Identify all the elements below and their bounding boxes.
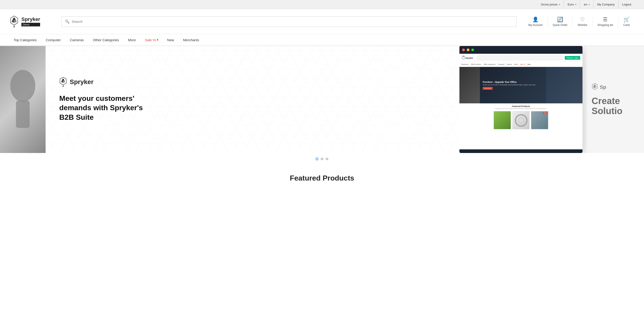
screenshot-body: Spryker Please Login Stationery Office f… bbox=[460, 54, 582, 149]
search-bar[interactable]: 🔍 bbox=[62, 16, 516, 27]
quick-order-icon: 🔄 bbox=[557, 17, 563, 22]
wishlist-label: Wishlist bbox=[578, 23, 587, 27]
heart-icon: ♡ bbox=[580, 17, 585, 22]
nav-sale[interactable]: Sale % bbox=[140, 34, 163, 46]
svg-text:Spryker: Spryker bbox=[466, 57, 473, 59]
svg-rect-4 bbox=[16, 101, 30, 128]
list-icon: ☰ bbox=[603, 17, 608, 22]
header: Spryker Demo 🔍 👤 My Account 🔄 Quick Orde… bbox=[0, 9, 644, 34]
ss-featured-subtitle: It might be work, but it doesn't have to… bbox=[461, 108, 581, 109]
my-account-button[interactable]: 👤 My Account bbox=[524, 17, 548, 27]
ss-nav-office-furniture: Office furniture bbox=[471, 63, 481, 65]
ss-featured-title: Featured Products bbox=[461, 105, 581, 107]
logo-area[interactable]: Spryker Demo bbox=[9, 15, 55, 28]
ss-nav: Stationery Office furniture Office equip… bbox=[460, 62, 582, 67]
hero-right-sp-text: Sp bbox=[600, 84, 606, 90]
nav-other-categories[interactable]: Other Categories bbox=[88, 34, 124, 46]
quick-order-label: Quick Order bbox=[553, 23, 568, 27]
hero-left-image bbox=[0, 46, 46, 153]
ss-logo-icon: Spryker bbox=[462, 55, 475, 60]
my-account-label: My Account bbox=[528, 23, 542, 27]
currency-selector[interactable]: Euro ▾ bbox=[564, 0, 580, 9]
slider-dots bbox=[0, 153, 644, 165]
sale-dot-indicator bbox=[157, 39, 158, 40]
hero-headline: Meet your customers' demands with Spryke… bbox=[59, 94, 150, 122]
hero-right-logo-icon bbox=[592, 83, 598, 91]
wishlist-button[interactable]: ♡ Wishlist bbox=[573, 17, 592, 27]
featured-products-title: Featured Products bbox=[9, 174, 635, 182]
cart-icon: 🛒 bbox=[624, 17, 630, 22]
nav-top-categories[interactable]: Top Categories bbox=[9, 34, 41, 46]
top-bar: Gross prices ▾ Euro ▾ en ▾ My Company Lo… bbox=[0, 0, 644, 9]
carts-label: Carts bbox=[623, 23, 630, 27]
hero-slide-1: Spryker Meet your customers' demands wit… bbox=[0, 46, 644, 153]
ss-hero-main: Furniture - Upgrade Your Office Tackle y… bbox=[480, 67, 546, 103]
carts-button[interactable]: 🛒 Carts bbox=[618, 17, 635, 27]
ss-product-1 bbox=[494, 111, 511, 129]
hero-logo: Spryker bbox=[59, 77, 150, 87]
slider-dot-3[interactable] bbox=[326, 158, 328, 160]
ss-search-bar bbox=[477, 55, 563, 60]
hero-right-create-text: Create Solutio bbox=[592, 96, 622, 116]
ss-nav-sale: Sale % bbox=[520, 63, 525, 65]
ss-nav-transport: Transport bbox=[498, 63, 504, 65]
gross-prices-selector[interactable]: Gross prices ▾ bbox=[537, 0, 564, 9]
currency-label: Euro bbox=[568, 3, 574, 6]
shopping-list-button[interactable]: ☰ Shopping list bbox=[592, 17, 618, 27]
search-icon: 🔍 bbox=[65, 19, 70, 24]
hero-brand-name: Spryker bbox=[70, 78, 94, 86]
nav-merchants[interactable]: Merchants bbox=[179, 34, 204, 46]
slider-dot-2[interactable] bbox=[321, 158, 323, 160]
ss-hero-right bbox=[546, 67, 582, 103]
ss-product-3: NEW bbox=[531, 111, 548, 129]
hero-right-partial: Sp Create Solutio bbox=[587, 46, 644, 153]
hero-spryker-icon bbox=[59, 77, 67, 87]
main-nav: Top Categories Computer Cameras Other Ca… bbox=[0, 34, 644, 46]
hero-right-content: Sp Create Solutio bbox=[592, 83, 622, 116]
hero-main-content: Spryker Meet your customers' demands wit… bbox=[46, 46, 460, 153]
ss-new-badge: NEW bbox=[543, 112, 547, 114]
ss-products-row: NEW bbox=[461, 111, 581, 129]
nav-new[interactable]: New bbox=[163, 34, 179, 46]
svg-point-3 bbox=[10, 70, 35, 102]
my-company-link[interactable]: My Company bbox=[594, 0, 619, 9]
my-company-label: My Company bbox=[597, 3, 615, 6]
language-selector[interactable]: en ▾ bbox=[580, 0, 594, 9]
spryker-logo-icon bbox=[9, 15, 19, 28]
logout-label: Logout bbox=[622, 3, 631, 6]
nav-computer[interactable]: Computer bbox=[41, 34, 66, 46]
ss-product-2 bbox=[512, 111, 530, 129]
titlebar-yellow-dot bbox=[467, 48, 470, 51]
shopping-list-label: Shopping list bbox=[598, 23, 613, 27]
ss-hero-text: Furniture - Upgrade Your Office Tackle y… bbox=[483, 81, 536, 90]
screenshot-titlebar bbox=[460, 46, 582, 54]
titlebar-red-dot bbox=[462, 48, 465, 51]
hero-text-content: Spryker Meet your customers' demands wit… bbox=[59, 77, 150, 122]
ss-login-btn: Please Login bbox=[565, 56, 580, 60]
hero-slider: Spryker Meet your customers' demands wit… bbox=[0, 46, 644, 153]
quick-order-button[interactable]: 🔄 Quick Order bbox=[548, 17, 573, 27]
ss-nav-more: More bbox=[514, 63, 518, 65]
search-input[interactable] bbox=[72, 19, 513, 23]
ss-nav-new: New bbox=[527, 63, 530, 65]
slider-dot-1[interactable] bbox=[316, 158, 318, 160]
face-silhouette-svg bbox=[4, 65, 41, 134]
hero-left-image-inner bbox=[0, 46, 46, 153]
ss-hero: Furniture - Upgrade Your Office Tackle y… bbox=[460, 67, 582, 103]
ss-nav-stationery: Stationery bbox=[461, 63, 468, 65]
svg-point-9 bbox=[516, 115, 527, 126]
language-chevron-icon: ▾ bbox=[588, 3, 590, 6]
titlebar-green-dot bbox=[471, 48, 474, 51]
hero-right-logo: Sp bbox=[592, 83, 606, 91]
ss-shop-now-btn: Shop Now bbox=[483, 87, 493, 90]
nav-more[interactable]: More bbox=[124, 34, 140, 46]
nav-cameras[interactable]: Cameras bbox=[66, 34, 88, 46]
ss-nav-office-equipment: Office equipment bbox=[483, 63, 496, 65]
person-icon: 👤 bbox=[532, 17, 538, 22]
ss-hero-left bbox=[460, 67, 480, 103]
hero-screenshot: Spryker Please Login Stationery Office f… bbox=[460, 46, 582, 153]
brand-name: Spryker bbox=[22, 17, 40, 22]
logo-text: Spryker Demo bbox=[22, 17, 40, 26]
gross-prices-chevron-icon: ▾ bbox=[559, 3, 560, 6]
logout-button[interactable]: Logout bbox=[618, 0, 635, 9]
